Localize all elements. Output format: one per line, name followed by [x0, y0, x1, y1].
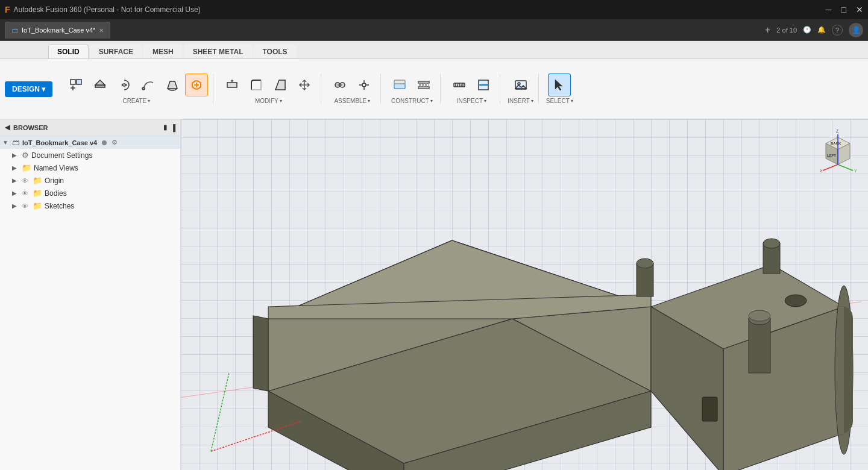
sweep-button[interactable]	[137, 74, 160, 96]
select-button[interactable]	[548, 74, 571, 96]
clock-icon: 🕐	[803, 26, 811, 34]
tool-group-insert: INSERT ▾	[503, 74, 539, 104]
window-controls[interactable]: ─ □ ✕	[826, 5, 863, 14]
insert-group-label: INSERT ▾	[508, 98, 533, 104]
svg-point-55	[749, 310, 770, 321]
inspect-arrow[interactable]: ▾	[484, 98, 486, 104]
modify-arrow[interactable]: ▾	[280, 98, 282, 104]
svg-line-64	[823, 164, 838, 171]
press-pull-button[interactable]	[221, 74, 244, 96]
modify-tools-row	[221, 74, 316, 96]
tab-surface[interactable]: SURFACE	[90, 45, 142, 58]
bodies-expand[interactable]: ▶	[12, 190, 19, 196]
app-logo: F	[5, 5, 10, 14]
revolve-button[interactable]	[113, 74, 136, 96]
new-component-button[interactable]	[64, 74, 87, 96]
browser-item-doc-settings[interactable]: ▶ ⚙ Document Settings	[0, 149, 180, 161]
tool-group-inspect: INSPECT ▾	[443, 74, 500, 104]
root-visibility-dot[interactable]	[102, 140, 107, 145]
named-views-folder-icon: 📁	[22, 163, 31, 172]
construct-arrow[interactable]: ▾	[430, 98, 433, 104]
select-tools-row	[548, 74, 571, 96]
close-button[interactable]: ✕	[856, 5, 863, 14]
tab-solid[interactable]: SOLID	[48, 45, 89, 58]
tabbar: 🗃 IoT_Bookmark_Case v4* ✕ + 2 of 10 🕐 🔔 …	[0, 19, 868, 41]
new-body-button[interactable]	[185, 74, 208, 96]
navigation-cube[interactable]: BACK LEFT X Y Z	[814, 125, 862, 174]
browser-title: BROWSER	[13, 124, 48, 131]
sketches-expand[interactable]: ▶	[12, 202, 19, 209]
minimize-button[interactable]: ─	[826, 5, 832, 14]
toolbar: SOLID SURFACE MESH SHEET METAL TOOLS DES…	[0, 41, 868, 119]
joint-origin-button[interactable]	[353, 74, 376, 96]
slide-count: 2 of 10	[776, 27, 797, 34]
design-mode-button[interactable]: DESIGN ▾	[5, 81, 52, 97]
bodies-label: Bodies	[45, 189, 67, 198]
svg-point-48	[637, 258, 653, 268]
assemble-tools-row	[329, 74, 376, 96]
origin-label: Origin	[45, 177, 64, 185]
tab-sheet-metal[interactable]: SHEET METAL	[184, 45, 253, 58]
create-arrow[interactable]: ▾	[148, 98, 150, 104]
svg-text:X: X	[820, 169, 823, 173]
user-avatar[interactable]: 👤	[849, 23, 863, 37]
toolbar-tabs: SOLID SURFACE MESH SHEET METAL TOOLS	[0, 41, 868, 59]
insert-image-button[interactable]	[509, 74, 532, 96]
offset-plane-button[interactable]	[388, 74, 411, 96]
named-views-expand[interactable]: ▶	[12, 164, 19, 171]
assemble-arrow[interactable]: ▾	[368, 98, 370, 104]
tab-mesh[interactable]: MESH	[143, 45, 183, 58]
move-button[interactable]	[293, 74, 316, 96]
add-tab-button[interactable]: +	[765, 25, 770, 36]
construct-group-label: CONSTRUCT ▾	[391, 98, 433, 104]
svg-point-51	[763, 239, 780, 248]
svg-marker-8	[168, 81, 177, 89]
notification-icon[interactable]: 🔔	[817, 26, 826, 34]
tab-tools[interactable]: TOOLS	[253, 45, 296, 58]
help-icon[interactable]: ?	[832, 25, 843, 36]
doc-settings-expand[interactable]: ▶	[12, 152, 19, 158]
maximize-button[interactable]: □	[841, 5, 846, 14]
origin-expand[interactable]: ▶	[12, 177, 19, 184]
bodies-folder-icon: 📁	[33, 189, 42, 198]
bodies-eye-icon[interactable]: 👁	[22, 190, 30, 197]
browser-back-icon[interactable]: ◀	[5, 124, 10, 131]
browser-header: ◀ BROWSER ▮ ▐	[0, 119, 180, 136]
doc-settings-label: Document Settings	[31, 151, 92, 160]
browser-item-sketches[interactable]: ▶ 👁 📁 Sketches	[0, 199, 180, 212]
document-tab[interactable]: 🗃 IoT_Bookmark_Case v4* ✕	[5, 22, 110, 39]
browser-item-origin[interactable]: ▶ 👁 📁 Origin	[0, 174, 180, 187]
app-title-text: Autodesk Fusion 360 (Personal - Not for …	[14, 5, 201, 14]
tool-group-create: CREATE ▾	[60, 74, 213, 104]
svg-text:Z: Z	[836, 129, 839, 133]
root-gear-icon[interactable]: ⚙	[112, 139, 118, 146]
extrude-button[interactable]	[89, 74, 112, 96]
browser-item-named-views[interactable]: ▶ 📁 Named Views	[0, 161, 180, 174]
measure-button[interactable]	[448, 74, 471, 96]
viewport[interactable]: BACK LEFT X Y Z	[181, 119, 868, 470]
loft-button[interactable]	[161, 74, 184, 96]
section-analysis-button[interactable]	[472, 74, 495, 96]
browser-item-root[interactable]: ▼ 🗃 IoT_Bookmark_Case v4 ⚙	[0, 136, 180, 149]
origin-eye-icon[interactable]: 👁	[22, 177, 30, 184]
create-group-label: CREATE ▾	[122, 98, 150, 104]
tool-group-select: SELECT ▾	[541, 74, 578, 104]
chamfer-button[interactable]	[269, 74, 292, 96]
new-joint-button[interactable]	[329, 74, 351, 96]
select-arrow[interactable]: ▾	[571, 98, 573, 104]
svg-marker-39	[253, 316, 268, 391]
root-expand-arrow[interactable]: ▼	[2, 139, 10, 146]
insert-arrow[interactable]: ▾	[531, 98, 533, 104]
root-label: IoT_Bookmark_Case v4	[22, 139, 97, 146]
fillet-button[interactable]	[245, 74, 268, 96]
browser-item-bodies[interactable]: ▶ 👁 📁 Bodies	[0, 187, 180, 199]
browser-pin-icon[interactable]: ▐	[171, 124, 175, 131]
inspect-tools-row	[448, 74, 495, 96]
midplane-button[interactable]	[412, 74, 435, 96]
titlebar: F Autodesk Fusion 360 (Personal - Not fo…	[0, 0, 868, 19]
svg-line-66	[838, 164, 853, 171]
sketches-eye-icon[interactable]: 👁	[22, 202, 30, 210]
insert-tools-row	[509, 74, 532, 96]
tab-close-button[interactable]: ✕	[99, 27, 104, 34]
browser-collapse-icon[interactable]: ▮	[163, 124, 167, 131]
